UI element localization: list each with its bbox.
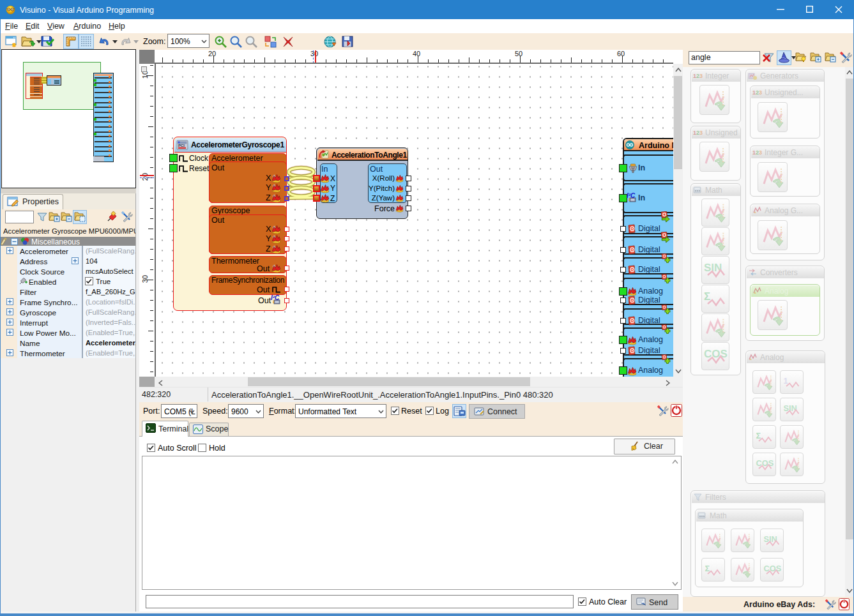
- svg-text:Σ: Σ: [756, 430, 761, 440]
- svg-text:COS: COS: [704, 348, 728, 360]
- svg-text:Σ: Σ: [705, 563, 710, 573]
- svg-text:Σ: Σ: [704, 290, 710, 303]
- svg-text:3: 3: [699, 130, 703, 136]
- svg-text:1: 1: [783, 375, 788, 385]
- svg-text:3: 3: [759, 149, 762, 156]
- svg-text:3: 3: [759, 89, 762, 96]
- svg-text:I²C: I²C: [627, 192, 636, 199]
- svg-text:3: 3: [699, 73, 703, 79]
- svg-text:COS: COS: [756, 458, 774, 467]
- svg-text:COS: COS: [763, 563, 781, 573]
